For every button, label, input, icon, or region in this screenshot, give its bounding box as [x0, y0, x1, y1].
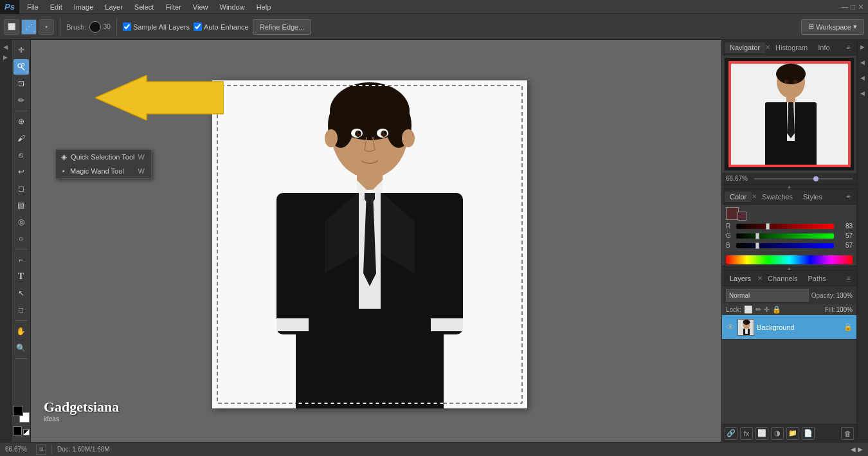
secondary-color-swatch[interactable]	[737, 212, 746, 221]
magic-wand-btn[interactable]: ⋆	[39, 19, 54, 35]
g-channel-thumb[interactable]	[755, 233, 759, 239]
tab-paths[interactable]: Paths	[803, 273, 831, 284]
fit-screen-btn[interactable]: ⊡	[36, 444, 46, 455]
zoom-slider[interactable]	[754, 178, 853, 179]
hand-tool-btn[interactable]: ✋	[14, 324, 29, 339]
dodge-tool-btn[interactable]: ○	[14, 231, 29, 246]
brush-tool-btn[interactable]: 🖌	[14, 131, 29, 146]
eyedropper-tool-btn[interactable]: ✏	[14, 93, 29, 108]
right-collapse-top[interactable]: ▶	[858, 42, 867, 51]
b-channel-track[interactable]	[736, 243, 834, 248]
path-selection-btn[interactable]: ↖	[14, 286, 29, 301]
menu-image[interactable]: Image	[69, 2, 99, 12]
zoom-tool-btn[interactable]: 🔍	[14, 340, 29, 356]
rectangular-marquee-tool-btn[interactable]: ⬜	[4, 19, 19, 35]
tab-color[interactable]: Color	[725, 192, 752, 202]
blend-mode-select[interactable]: Normal	[726, 289, 809, 302]
healing-brush-btn[interactable]: ⊕	[14, 114, 29, 129]
foreground-color-box[interactable]	[13, 406, 23, 416]
color-spectrum-bar[interactable]	[726, 255, 853, 264]
side-expand-icon[interactable]: ▶	[1, 53, 10, 62]
layers-close-x[interactable]: ✕	[757, 275, 763, 282]
maximize-icon[interactable]: □	[851, 3, 855, 12]
menu-filter[interactable]: Filter	[160, 2, 186, 12]
scroll-right-btn[interactable]: ▶	[858, 446, 863, 453]
quick-selection-btn[interactable]: ⋰ ▾	[21, 19, 37, 35]
minimize-icon[interactable]: ─	[842, 2, 848, 12]
tab-styles[interactable]: Styles	[798, 192, 827, 202]
menu-window[interactable]: Window	[215, 2, 250, 12]
lock-transparent-icon[interactable]: ⬜	[744, 306, 753, 314]
layer-mask-btn[interactable]: ⬜	[755, 427, 768, 440]
pen-tool-btn[interactable]: ⌐	[14, 252, 29, 268]
color-panel-menu-icon[interactable]: ≡	[844, 192, 854, 202]
layer-row-background[interactable]: 👁 Background 🔒	[722, 315, 856, 340]
refine-edge-button[interactable]: Refine Edge...	[253, 19, 312, 35]
right-collapse-3[interactable]: ◀	[858, 73, 867, 82]
eraser-tool-btn[interactable]: ◻	[14, 181, 29, 196]
collapse-bar-2[interactable]: ▲	[722, 266, 856, 271]
layers-panel-menu-icon[interactable]: ≡	[844, 273, 854, 284]
fg-bg-color-switcher[interactable]	[13, 406, 30, 423]
active-color-swatch[interactable]	[726, 207, 739, 220]
zoom-thumb[interactable]	[813, 176, 818, 181]
side-collapse-icon[interactable]: ◀	[1, 42, 10, 51]
menu-select[interactable]: Select	[129, 2, 159, 12]
quick-selection-tool-btn[interactable]: ▾	[14, 59, 29, 75]
crop-tool-btn[interactable]: ⊡	[14, 76, 29, 91]
auto-enhance-checkbox-input[interactable]	[194, 23, 202, 31]
menu-help[interactable]: Help	[251, 2, 276, 12]
right-collapse-4[interactable]: ◀	[858, 89, 867, 98]
r-channel-track[interactable]	[736, 224, 834, 229]
b-channel-thumb[interactable]	[755, 242, 759, 249]
r-channel-thumb[interactable]	[766, 223, 770, 230]
clone-stamp-btn[interactable]: ⎋	[14, 147, 29, 163]
brush-preview[interactable]: Brush: 30	[66, 21, 111, 33]
panel-menu-icon[interactable]: ≡	[844, 42, 854, 53]
default-colors-btn[interactable]	[13, 426, 22, 435]
navigator-preview[interactable]	[725, 58, 854, 170]
sample-all-checkbox-input[interactable]	[123, 23, 131, 31]
menu-layer[interactable]: Layer	[100, 2, 128, 12]
tab-navigator[interactable]: Navigator	[725, 42, 765, 53]
new-layer-btn[interactable]: 📄	[802, 427, 815, 440]
auto-enhance-checkbox[interactable]: Auto-Enhance	[194, 23, 249, 31]
navigator-close-x[interactable]: ✕	[765, 44, 770, 51]
brush-circle[interactable]	[89, 21, 101, 33]
tab-channels[interactable]: Channels	[763, 273, 802, 284]
lock-all-icon[interactable]: 🔒	[772, 306, 781, 314]
menu-edit[interactable]: Edit	[45, 2, 68, 12]
move-tool-btn[interactable]: ✛	[14, 42, 29, 58]
tab-info[interactable]: Info	[813, 42, 835, 53]
link-layers-btn[interactable]: 🔗	[725, 427, 737, 440]
gradient-tool-btn[interactable]: ▨	[14, 197, 29, 213]
shape-tool-btn[interactable]: □	[14, 302, 29, 318]
new-group-btn[interactable]: 📁	[786, 427, 799, 440]
tab-histogram[interactable]: Histogram	[770, 42, 813, 53]
layer-visibility-icon[interactable]: 👁	[726, 322, 735, 333]
workspace-button[interactable]: ⊞ Workspace ▾	[801, 19, 864, 35]
layer-style-btn[interactable]: fx	[740, 427, 753, 440]
tab-layers[interactable]: Layers	[725, 273, 756, 284]
color-close-x[interactable]: ✕	[752, 193, 757, 200]
sample-all-layers-checkbox[interactable]: Sample All Layers	[123, 23, 190, 31]
g-channel-track[interactable]	[736, 233, 834, 239]
tab-swatches[interactable]: Swatches	[757, 192, 798, 202]
delete-layer-btn[interactable]: 🗑	[841, 427, 854, 440]
lock-position-icon[interactable]: ✛	[764, 306, 770, 314]
type-tool-btn[interactable]: T	[14, 269, 29, 284]
swap-colors-btn[interactable]	[23, 429, 30, 435]
right-collapse-2[interactable]: ◀	[858, 58, 867, 67]
menu-file[interactable]: File	[22, 2, 44, 12]
close-icon[interactable]: ✕	[858, 3, 864, 12]
collapse-bar-1[interactable]: ▲	[722, 184, 856, 189]
scroll-left-btn[interactable]: ◀	[851, 446, 856, 453]
menu-view[interactable]: View	[188, 2, 213, 12]
blur-tool-btn[interactable]: ◎	[14, 214, 29, 230]
lock-image-icon[interactable]: ✏	[755, 306, 761, 314]
history-brush-btn[interactable]: ↩	[14, 164, 29, 179]
magic-wand-menu-item[interactable]: ⋆ Magic Wand Tool W	[56, 164, 151, 178]
quick-selection-menu-item[interactable]: ◈ Quick Selection Tool W	[56, 150, 151, 164]
canvas-area[interactable]: Gadgetsiana ideas	[31, 40, 721, 442]
adjustment-layer-btn[interactable]: ◑	[771, 427, 784, 440]
